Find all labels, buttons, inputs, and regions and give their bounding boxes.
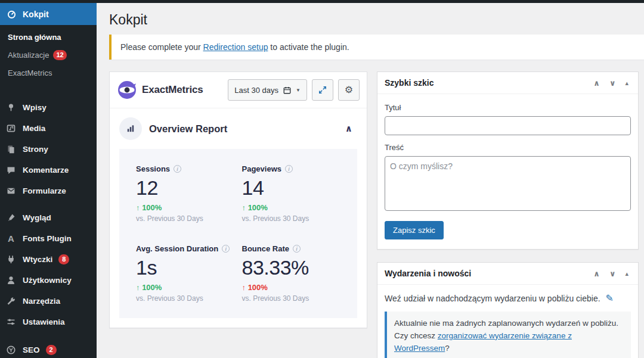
submenu-item-aktualizacje[interactable]: Aktualizacje 12 bbox=[0, 46, 97, 64]
seo-icon bbox=[5, 344, 17, 356]
sidebar-item-label: Kokpit bbox=[23, 10, 49, 19]
comments-icon bbox=[5, 164, 17, 176]
move-up-button[interactable]: ∧ bbox=[593, 79, 600, 88]
expand-report-button[interactable] bbox=[312, 79, 333, 101]
right-column: Szybki szkic ∧ ∨ ▴ Tytuł Treść Zapisz sz… bbox=[377, 71, 639, 358]
up-arrow-icon: ↑ bbox=[242, 203, 246, 212]
redirection-notice: Please complete your Redirection setup t… bbox=[109, 35, 644, 60]
admin-sidebar: Kokpit Strona główna Aktualizacje 12 Exa… bbox=[0, 3, 97, 358]
sidebar-item-narzedzia[interactable]: Narzędzia bbox=[0, 291, 97, 312]
plugins-count-badge: 8 bbox=[58, 254, 69, 264]
sidebar-item-kokpit[interactable]: Kokpit bbox=[0, 3, 97, 25]
stat-change: ↑ 100% bbox=[242, 283, 341, 292]
submenu-item-exactmetrics[interactable]: ExactMetrics bbox=[0, 64, 97, 82]
brush-icon bbox=[5, 212, 17, 223]
stat-change: ↑ 100% bbox=[136, 283, 235, 292]
seo-count-badge: 2 bbox=[46, 345, 57, 355]
quick-draft-body: Tytuł Treść Zapisz szkic bbox=[377, 94, 638, 249]
events-intro-text: Weź udział w nadchodzącym wydarzeniu w p… bbox=[385, 294, 600, 303]
stat-change: ↑ 100% bbox=[136, 203, 235, 212]
stat-comparison: vs. Previous 30 Days bbox=[242, 214, 341, 223]
toggle-panel-icon[interactable]: ▴ bbox=[625, 270, 628, 278]
quick-draft-title: Szybki szkic bbox=[385, 78, 593, 88]
sidebar-item-strony[interactable]: Strony bbox=[0, 139, 97, 160]
sidebar-item-media[interactable]: Media bbox=[0, 118, 97, 139]
no-events-notice: Aktualnie nie ma żadnych zaplanowanych w… bbox=[385, 312, 631, 358]
exactmetrics-header: ExactMetrics Last 30 days ▼ ⚙ bbox=[110, 72, 367, 108]
sidebar-item-komentarze[interactable]: Komentarze bbox=[0, 160, 97, 180]
up-arrow-icon: ↑ bbox=[136, 203, 140, 212]
main-content: Kokpit Please complete your Redirection … bbox=[97, 3, 644, 358]
updates-count-badge: 12 bbox=[53, 50, 66, 60]
events-title: Wydarzenia i nowości bbox=[385, 269, 593, 278]
draft-title-label: Tytuł bbox=[385, 103, 631, 112]
events-panel: Wydarzenia i nowości ∧ ∨ ▴ Weź udział w … bbox=[377, 262, 639, 358]
stat-value: 12 bbox=[136, 178, 235, 198]
pin-icon bbox=[5, 102, 17, 113]
events-header[interactable]: Wydarzenia i nowości ∧ ∨ ▴ bbox=[377, 263, 638, 285]
expand-icon bbox=[318, 85, 327, 95]
redirection-setup-link[interactable]: Redirection setup bbox=[203, 42, 268, 52]
stat-comparison: vs. Previous 30 Days bbox=[242, 294, 341, 303]
exactmetrics-logo bbox=[117, 80, 137, 100]
media-icon bbox=[5, 123, 17, 134]
draft-title-input[interactable] bbox=[385, 116, 631, 135]
sidebar-item-uzytkownicy[interactable]: Użytkownicy bbox=[0, 270, 97, 291]
gear-icon: ⚙ bbox=[345, 85, 353, 95]
wrench-icon bbox=[5, 295, 17, 307]
stat-comparison: vs. Previous 30 Days bbox=[136, 214, 235, 223]
overview-report-header: Overview Report ∧ bbox=[110, 108, 367, 148]
toggle-panel-icon[interactable]: ▴ bbox=[625, 79, 628, 87]
caret-down-icon: ▼ bbox=[296, 88, 301, 93]
dashboard-submenu: Strona główna Aktualizacje 12 ExactMetri… bbox=[0, 25, 97, 89]
pencil-icon[interactable]: ✎ bbox=[606, 292, 614, 304]
sidebar-item-formularze[interactable]: Formularze bbox=[0, 180, 97, 201]
sidebar-item-seo[interactable]: SEO 2 bbox=[0, 340, 97, 358]
dashboard-columns: ExactMetrics Last 30 days ▼ ⚙ bbox=[109, 71, 644, 358]
date-range-button[interactable]: Last 30 days ▼ bbox=[228, 79, 307, 101]
save-draft-button[interactable]: Zapisz szkic bbox=[385, 221, 444, 239]
settings-icon bbox=[5, 316, 17, 328]
calendar-icon bbox=[283, 86, 292, 95]
settings-button[interactable]: ⚙ bbox=[338, 79, 360, 101]
quick-draft-header[interactable]: Szybki szkic ∧ ∨ ▴ bbox=[377, 72, 638, 94]
info-icon[interactable]: i bbox=[174, 165, 181, 173]
letter-a-icon: A bbox=[5, 233, 17, 244]
sidebar-item-fonts-plugin[interactable]: A Fonts Plugin bbox=[0, 228, 97, 249]
overview-report-title: Overview Report bbox=[149, 123, 333, 135]
quick-draft-panel: Szybki szkic ∧ ∨ ▴ Tytuł Treść Zapisz sz… bbox=[377, 71, 639, 250]
submenu-item-strona-glowna[interactable]: Strona główna bbox=[0, 29, 97, 46]
exactmetrics-brand: ExactMetrics bbox=[142, 84, 223, 96]
draft-content-textarea[interactable] bbox=[385, 156, 631, 211]
wordpress-admin: Kokpit Strona główna Aktualizacje 12 Exa… bbox=[0, 3, 644, 358]
stat-bounce-rate: Bounce Rate i 83.33% ↑ 100% vs. Previous… bbox=[242, 244, 341, 303]
stat-comparison: vs. Previous 30 Days bbox=[136, 294, 235, 303]
info-icon[interactable]: i bbox=[285, 165, 293, 173]
pages-icon bbox=[5, 144, 17, 155]
overview-stats-grid: Sessions i 12 ↑ 100% vs. Previous 30 Day… bbox=[119, 149, 357, 318]
sidebar-item-wtyczki[interactable]: Wtyczki 8 bbox=[0, 249, 97, 270]
move-up-button[interactable]: ∧ bbox=[593, 269, 600, 278]
move-down-button[interactable]: ∨ bbox=[609, 79, 616, 88]
dashboard-icon bbox=[6, 8, 17, 20]
user-icon bbox=[5, 275, 17, 286]
stat-pageviews: Pageviews i 14 ↑ 100% vs. Previous 30 Da… bbox=[242, 164, 341, 223]
envelope-icon bbox=[5, 185, 17, 197]
sidebar-item-ustawienia[interactable]: Ustawienia bbox=[0, 312, 97, 332]
stat-avg-session-duration: Avg. Session Duration i 1s ↑ 100% vs. Pr… bbox=[136, 244, 235, 303]
info-icon[interactable]: i bbox=[293, 245, 301, 253]
bar-chart-icon bbox=[119, 117, 142, 140]
move-down-button[interactable]: ∨ bbox=[609, 269, 616, 278]
up-arrow-icon: ↑ bbox=[242, 283, 246, 292]
admin-menu: Wpisy Media Strony Komentarze bbox=[0, 97, 97, 358]
page-title: Kokpit bbox=[109, 12, 644, 28]
events-body: Weź udział w nadchodzącym wydarzeniu w p… bbox=[377, 285, 638, 358]
draft-content-label: Treść bbox=[385, 143, 631, 152]
sidebar-item-wyglad[interactable]: Wygląd bbox=[0, 207, 97, 228]
stat-value: 1s bbox=[136, 257, 235, 278]
info-icon[interactable]: i bbox=[222, 245, 230, 253]
up-arrow-icon: ↑ bbox=[136, 283, 140, 292]
sidebar-item-wpisy[interactable]: Wpisy bbox=[0, 97, 97, 118]
stat-sessions: Sessions i 12 ↑ 100% vs. Previous 30 Day… bbox=[136, 164, 235, 223]
collapse-report-chevron[interactable]: ∧ bbox=[340, 123, 357, 134]
